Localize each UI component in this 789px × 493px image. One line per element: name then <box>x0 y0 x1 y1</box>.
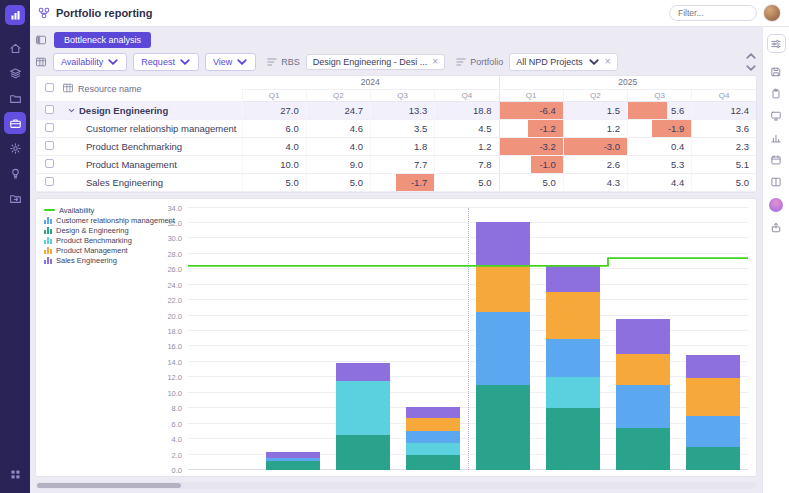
legend-label: Product Management <box>56 246 128 255</box>
resource-name-text: Customer relationship management <box>86 123 237 134</box>
legend-item[interactable]: Customer relationship management <box>44 216 175 225</box>
cell-value: 18.8 <box>473 105 492 116</box>
cell-value: 2.6 <box>607 159 620 170</box>
resource-table: Resource name20242025Q1Q2Q3Q4Q1Q2Q3Q4Des… <box>36 76 756 192</box>
availability-dropdown[interactable]: Availability <box>53 53 127 71</box>
sidebar-item-portfolio[interactable] <box>4 112 26 134</box>
rail-item-filters[interactable] <box>767 34 786 53</box>
bottleneck-chart-card: AvailabilityCustomer relationship manage… <box>35 198 757 478</box>
year-header: 2025 <box>499 76 756 89</box>
row-checkbox[interactable] <box>45 141 54 150</box>
rail-item-calendar[interactable] <box>770 154 782 166</box>
portfolio-reporting-icon <box>38 7 50 19</box>
y-axis-label: 4.0 <box>172 435 182 444</box>
bar-segment <box>476 265 531 311</box>
row-checkbox[interactable] <box>45 177 54 186</box>
resource-name-cell[interactable]: Product Benchmarking <box>62 137 242 155</box>
bar-segment <box>546 377 601 408</box>
row-select-cell <box>36 155 62 173</box>
row-checkbox[interactable] <box>45 123 54 132</box>
legend-item[interactable]: Product Benchmarking <box>44 236 175 245</box>
bar-slot-q1-2024 <box>188 208 258 471</box>
y-axis-label: 10.0 <box>167 388 182 397</box>
bottleneck-analysis-button[interactable]: Bottleneck analysis <box>54 32 151 48</box>
view-dropdown[interactable]: View <box>205 53 256 71</box>
rail-item-export[interactable] <box>770 222 782 234</box>
cell-value: -1.9 <box>668 123 684 134</box>
rail-item-charts[interactable] <box>770 132 782 144</box>
sidebar-item-settings[interactable] <box>4 137 26 159</box>
resource-name-cell[interactable]: Sales Engineering <box>62 173 242 191</box>
legend-item[interactable]: Availability <box>44 206 175 215</box>
bar-segment <box>686 355 741 378</box>
legend-label: Design & Engineering <box>56 226 129 235</box>
horizontal-scrollbar[interactable] <box>36 482 756 489</box>
rbs-combobox[interactable]: Design Engineering - Desi ... × <box>306 54 445 70</box>
request-dropdown[interactable]: Request <box>133 53 199 71</box>
sidebar-item-plans[interactable] <box>4 62 26 84</box>
resource-name-cell[interactable]: Product Management <box>62 155 242 173</box>
resource-name-header: Resource name <box>62 76 242 101</box>
rail-item-persona[interactable] <box>769 198 783 212</box>
clear-rbs-icon[interactable]: × <box>432 58 438 66</box>
clear-portfolio-icon[interactable]: × <box>605 58 611 66</box>
stacked-bar <box>406 208 461 471</box>
top-bar: Portfolio reporting <box>30 0 789 27</box>
value-cell: 1.2 <box>435 137 499 155</box>
home-icon <box>9 42 22 55</box>
collapse-panel-control[interactable] <box>745 50 757 74</box>
resource-name-text: Product Benchmarking <box>86 141 182 152</box>
left-sidebar <box>0 0 30 493</box>
portfolio-combobox[interactable]: All NPD Projects × <box>509 53 617 71</box>
cell-value: 7.8 <box>478 159 491 170</box>
scrollbar-thumb[interactable] <box>37 483 181 488</box>
bar-slot-q2-2024 <box>258 208 328 471</box>
value-cell: -1.2 <box>499 119 563 137</box>
rail-item-save[interactable] <box>770 66 782 78</box>
bar-segment <box>546 292 601 338</box>
bar-segment <box>616 319 671 355</box>
select-all-checkbox[interactable] <box>45 83 54 92</box>
collapse-caret-icon[interactable] <box>68 107 75 114</box>
table-settings-icon[interactable] <box>35 56 47 68</box>
row-checkbox[interactable] <box>45 105 54 114</box>
sidebar-item-projects[interactable] <box>4 87 26 109</box>
value-cell: 10.0 <box>242 155 306 173</box>
content-area: Bottleneck analysis Availability Request… <box>30 27 762 493</box>
rail-item-clipboard[interactable] <box>770 88 782 100</box>
legend-item[interactable]: Design & Engineering <box>44 226 175 235</box>
table-row: Product Management10.09.07.77.8-1.02.65.… <box>36 155 756 173</box>
filter-input[interactable] <box>669 5 757 21</box>
sidebar-item-ideas[interactable] <box>4 162 26 184</box>
sidebar-item-exports[interactable] <box>4 187 26 209</box>
cell-value: -3.0 <box>604 141 620 152</box>
cell-value: 4.0 <box>286 141 299 152</box>
cell-value: 3.6 <box>736 123 749 134</box>
resource-name-text: Product Management <box>86 159 177 170</box>
user-avatar[interactable] <box>763 4 781 22</box>
stacked-bar <box>476 208 531 471</box>
value-cell: 5.0 <box>435 173 499 191</box>
resource-name-cell[interactable]: Customer relationship management <box>62 119 242 137</box>
legend-bars-swatch <box>44 216 52 224</box>
panel-toggle-icon[interactable] <box>35 34 47 46</box>
value-cell: 5.1 <box>692 155 756 173</box>
sidebar-item-home[interactable] <box>4 37 26 59</box>
legend-item[interactable]: Sales Engineering <box>44 256 175 265</box>
rail-item-layout[interactable] <box>770 176 782 188</box>
cell-value: 5.0 <box>286 177 299 188</box>
value-cell: 7.7 <box>371 155 435 173</box>
value-cell: 13.3 <box>371 101 435 119</box>
value-cell: 0.4 <box>628 137 692 155</box>
row-checkbox[interactable] <box>45 159 54 168</box>
resource-name-cell[interactable]: Design Engineering <box>62 101 242 119</box>
legend-item[interactable]: Product Management <box>44 246 175 255</box>
year-header: 2024 <box>242 76 499 89</box>
cell-value: 4.4 <box>671 177 684 188</box>
rail-item-presentation[interactable] <box>770 110 782 122</box>
y-axis-label: 0.0 <box>172 466 182 475</box>
app-logo[interactable] <box>5 5 25 25</box>
sidebar-apps-button[interactable] <box>9 467 22 485</box>
negative-highlight-bar <box>628 102 667 119</box>
gear-icon <box>9 142 22 155</box>
